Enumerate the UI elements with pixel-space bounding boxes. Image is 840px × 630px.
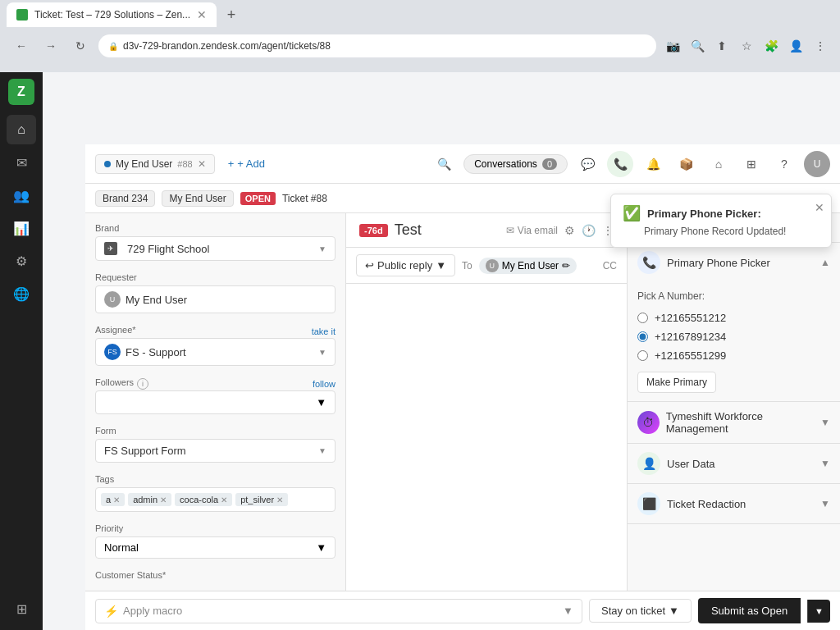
- tag-close-icon[interactable]: ✕: [276, 495, 283, 504]
- add-button[interactable]: + + Add: [221, 154, 272, 173]
- phone-radio-1[interactable]: [637, 313, 648, 323]
- nav-users-icon[interactable]: 👥: [7, 180, 36, 210]
- add-label: + Add: [237, 158, 265, 170]
- tymeshift-header[interactable]: ⏱ Tymeshift Workforce Management ▼: [628, 402, 840, 443]
- make-primary-button[interactable]: Make Primary: [637, 372, 716, 393]
- phone-picker-section: 📞 Primary Phone Picker ▲ Pick A Number: …: [628, 243, 840, 402]
- lock-icon: 🔒: [108, 42, 118, 51]
- toast-close-icon[interactable]: ✕: [815, 201, 824, 214]
- phone-picker-header[interactable]: 📞 Primary Phone Picker ▲: [628, 243, 840, 282]
- phone-radio-3[interactable]: [637, 350, 648, 361]
- take-it-link[interactable]: take it: [312, 326, 336, 336]
- assignee-select[interactable]: FS FS - Support ▼: [95, 338, 336, 366]
- to-user-chip[interactable]: U My End User ✏: [479, 258, 577, 274]
- stay-on-ticket-button[interactable]: Stay on ticket ▼: [589, 599, 692, 623]
- profile-icon[interactable]: 👤: [786, 36, 806, 56]
- tag-close-icon[interactable]: ✕: [160, 495, 167, 504]
- ticket-redaction-title: Ticket Redaction: [667, 498, 746, 510]
- favicon-icon: [16, 9, 28, 21]
- phone-option-3[interactable]: +12165551299: [637, 346, 830, 365]
- menu-icon[interactable]: ⋮: [810, 36, 830, 56]
- ticket-redaction-header[interactable]: ⬛ Ticket Redaction ▼: [628, 484, 840, 523]
- nav-reports-icon[interactable]: 📊: [7, 213, 36, 243]
- requester-input[interactable]: U My End User: [95, 285, 336, 313]
- priority-field: Priority Normal ▼: [95, 523, 336, 559]
- browser-tab-active[interactable]: Ticket: Test – 729 Solutions – Zen... ✕: [7, 2, 217, 27]
- zoom-icon[interactable]: 🔍: [687, 36, 707, 56]
- user-data-header[interactable]: 👤 User Data ▼: [628, 444, 840, 483]
- priority-chevron-icon: ▼: [316, 541, 326, 554]
- nav-settings-icon[interactable]: ⚙: [7, 246, 36, 276]
- stay-on-ticket-chevron-icon: ▼: [669, 605, 679, 617]
- macro-input[interactable]: ⚡ Apply macro ▼: [95, 599, 582, 623]
- follow-link[interactable]: follow: [313, 379, 336, 389]
- filter-icon[interactable]: ⚙: [564, 224, 575, 237]
- nav-inbox-icon[interactable]: ✉: [7, 148, 36, 177]
- address-bar[interactable]: 🔒 d3v-729-brandon.zendesk.com/agent/tick…: [98, 34, 656, 57]
- nav-globe-icon[interactable]: 🌐: [7, 279, 36, 308]
- new-tab-button[interactable]: +: [220, 3, 243, 26]
- tags-field: Tags a ✕ admin ✕ coca-cola ✕ pt_silver ✕: [95, 474, 336, 512]
- assignee-icon: FS: [104, 344, 121, 360]
- followers-input[interactable]: ▼: [95, 390, 336, 414]
- nav-home-icon[interactable]: ⌂: [7, 115, 36, 144]
- cc-button[interactable]: CC: [603, 260, 617, 272]
- conversations-count: 0: [542, 158, 557, 170]
- chat-icon[interactable]: 💬: [574, 151, 600, 177]
- followers-label: Followers: [95, 377, 134, 387]
- brand-icon: ✈: [104, 242, 117, 255]
- ticket-panel: -76d Test ✉ Via email ⚙ 🕐 ⋮: [346, 213, 627, 630]
- search-icon[interactable]: 🔍: [431, 151, 457, 177]
- tag-close-icon[interactable]: ✕: [113, 495, 120, 504]
- phone-picker-chevron-icon: ▲: [820, 257, 830, 268]
- share-icon[interactable]: ⬆: [712, 36, 732, 56]
- cast-icon[interactable]: 📷: [663, 36, 682, 56]
- tag-close-icon[interactable]: ✕: [221, 495, 227, 504]
- bookmark-icon[interactable]: ☆: [737, 36, 756, 56]
- phone-radio-2[interactable]: [637, 331, 648, 342]
- app-header: My End User #88 ✕ + + Add 🔍 Conversation…: [85, 144, 840, 184]
- nav-apps-icon[interactable]: ⊞: [7, 594, 36, 623]
- ticket-tab[interactable]: My End User #88 ✕: [95, 154, 215, 174]
- user-avatar[interactable]: U: [804, 151, 830, 177]
- brand-value: 729 Flight School: [127, 243, 209, 255]
- submit-button[interactable]: Submit as Open: [698, 598, 801, 623]
- toast-title: Primary Phone Picker:: [647, 208, 761, 220]
- phone-option-2[interactable]: +12167891234: [637, 327, 830, 346]
- close-ticket-tab-icon[interactable]: ✕: [198, 158, 206, 170]
- tymeshift-title-row: ⏱ Tymeshift Workforce Management: [637, 410, 820, 435]
- phone-option-1[interactable]: +12165551212: [637, 308, 830, 327]
- extension-icon[interactable]: 🧩: [761, 36, 781, 56]
- tag-item: admin ✕: [128, 493, 171, 506]
- bell-icon[interactable]: 🔔: [640, 151, 666, 177]
- back-button[interactable]: ←: [10, 34, 33, 57]
- brand-chevron-icon: ▼: [318, 244, 326, 253]
- tags-label: Tags: [95, 474, 336, 484]
- form-select[interactable]: FS Support Form ▼: [95, 439, 336, 463]
- submit-caret-button[interactable]: ▼: [807, 600, 830, 623]
- help-icon[interactable]: ?: [771, 151, 797, 177]
- breadcrumb-brand[interactable]: Brand 234: [95, 190, 155, 207]
- brand-select[interactable]: ✈ 729 Flight School ▼: [95, 236, 336, 261]
- close-tab-icon[interactable]: ✕: [197, 8, 207, 21]
- followers-info-icon[interactable]: i: [137, 378, 148, 390]
- reply-button[interactable]: ↩ Public reply ▼: [356, 254, 455, 276]
- ticket-body[interactable]: [346, 284, 627, 601]
- forward-button[interactable]: →: [39, 34, 62, 57]
- phone-picker-title-row: 📞 Primary Phone Picker: [637, 251, 770, 274]
- priority-label: Priority: [95, 523, 336, 533]
- phone-icon[interactable]: 📞: [607, 151, 633, 177]
- tymeshift-chevron-icon: ▼: [820, 417, 830, 428]
- breadcrumb-user[interactable]: My End User: [162, 190, 233, 207]
- reload-button[interactable]: ↻: [69, 34, 92, 57]
- history-icon[interactable]: 🕐: [582, 224, 596, 237]
- priority-select[interactable]: Normal ▼: [95, 536, 336, 559]
- conversations-button[interactable]: Conversations 0: [463, 154, 568, 174]
- edit-to-icon[interactable]: ✏: [562, 260, 570, 272]
- home2-icon[interactable]: ⌂: [705, 151, 732, 177]
- tag-item: coca-cola ✕: [175, 493, 232, 506]
- reply-bar: ↩ Public reply ▼ To U My End User ✏ CC: [346, 248, 627, 284]
- box-icon[interactable]: 📦: [673, 151, 699, 177]
- tags-container[interactable]: a ✕ admin ✕ coca-cola ✕ pt_silver ✕: [95, 487, 336, 512]
- grid-icon[interactable]: ⊞: [738, 151, 765, 177]
